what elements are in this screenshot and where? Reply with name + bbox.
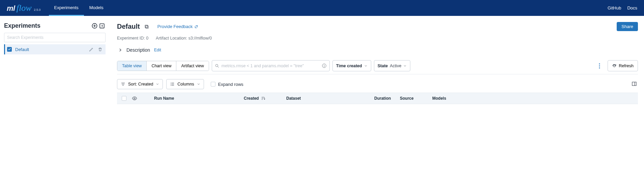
sort-icon bbox=[121, 82, 125, 87]
chevron-down-icon bbox=[403, 64, 407, 68]
plus-circle-icon bbox=[91, 23, 98, 29]
svg-rect-10 bbox=[632, 82, 636, 86]
state-select[interactable]: State Active bbox=[374, 60, 411, 71]
check-icon bbox=[8, 48, 11, 51]
experiments-sidebar: Experiments Default bbox=[0, 16, 110, 104]
col-created-label: Created bbox=[244, 96, 259, 101]
experiment-id-label: Experiment ID: 0 bbox=[117, 36, 148, 41]
columns-chip-button[interactable]: Columns bbox=[166, 79, 204, 89]
search-icon bbox=[215, 64, 219, 68]
col-source[interactable]: Source bbox=[400, 96, 427, 101]
svg-point-4 bbox=[215, 64, 218, 67]
experiments-list: Default bbox=[4, 44, 106, 54]
col-dataset[interactable]: Dataset bbox=[286, 96, 369, 101]
docs-link[interactable]: Docs bbox=[627, 5, 637, 10]
svg-rect-3 bbox=[145, 25, 147, 27]
state-select-value: Active bbox=[390, 64, 401, 68]
description-label: Description bbox=[126, 47, 150, 53]
kebab-icon bbox=[599, 63, 600, 69]
chevron-right-icon bbox=[118, 48, 122, 52]
experiment-title: Default bbox=[117, 23, 140, 30]
chevron-down-icon bbox=[156, 82, 159, 86]
experiment-list-item[interactable]: Default bbox=[4, 44, 106, 54]
svg-point-7 bbox=[599, 63, 600, 64]
add-experiment-button[interactable] bbox=[91, 22, 98, 29]
svg-point-6 bbox=[324, 65, 324, 65]
chevron-down-icon bbox=[197, 82, 200, 86]
nav-tab-models[interactable]: Models bbox=[84, 0, 109, 16]
state-select-key: State bbox=[378, 64, 388, 68]
provide-feedback-link[interactable]: Provide Feedback bbox=[157, 24, 198, 29]
sort-select-key: Time created bbox=[336, 64, 362, 68]
select-all-checkbox[interactable] bbox=[122, 96, 126, 101]
view-mode-tabs: Table view Chart view Artifact view bbox=[117, 61, 209, 71]
refresh-icon bbox=[612, 64, 617, 68]
logo-ml: ml bbox=[7, 4, 15, 13]
preview-panel-toggle[interactable] bbox=[631, 81, 638, 88]
svg-rect-2 bbox=[146, 26, 148, 28]
tab-chart-view[interactable]: Chart view bbox=[147, 61, 176, 71]
pencil-icon bbox=[89, 47, 94, 52]
expand-rows-label: Expand rows bbox=[218, 82, 243, 87]
more-options-button[interactable] bbox=[594, 60, 605, 71]
refresh-button[interactable]: Refresh bbox=[608, 60, 638, 71]
refresh-label: Refresh bbox=[619, 64, 634, 68]
nav-tab-label: Models bbox=[89, 5, 104, 10]
delete-experiment-button[interactable] bbox=[97, 47, 103, 52]
runs-search-box[interactable] bbox=[212, 60, 330, 71]
svg-point-11 bbox=[134, 98, 135, 99]
tab-artifact-view[interactable]: Artifact view bbox=[176, 61, 208, 71]
logo-flow: flow bbox=[17, 3, 32, 13]
runs-table-header: Run Name Created Dataset Duration Source… bbox=[117, 93, 638, 104]
artifact-location-label: Artifact Location: s3://mlflow/0 bbox=[156, 36, 212, 41]
nav-tab-label: Experiments bbox=[54, 5, 79, 10]
sort-chip-label: Sort: Created bbox=[128, 82, 153, 87]
list-icon bbox=[170, 82, 175, 87]
experiment-content: Default Provide Feedback Share Experimen… bbox=[110, 16, 644, 104]
nav-right-links: GitHub Docs bbox=[608, 5, 637, 10]
sort-desc-icon bbox=[261, 96, 266, 101]
share-label: Share bbox=[621, 24, 633, 29]
chevron-left-box-icon bbox=[99, 23, 105, 29]
chevron-down-icon bbox=[364, 64, 368, 68]
columns-chip-label: Columns bbox=[177, 82, 194, 87]
experiment-checkbox[interactable] bbox=[7, 47, 12, 52]
description-expand-toggle[interactable] bbox=[118, 48, 122, 52]
mlflow-logo[interactable]: ml flow 2.5.0 bbox=[7, 3, 41, 13]
collapse-sidebar-button[interactable] bbox=[98, 22, 106, 29]
nav-tab-experiments[interactable]: Experiments bbox=[49, 0, 84, 16]
col-models[interactable]: Models bbox=[432, 96, 459, 101]
sort-select[interactable]: Time created bbox=[332, 60, 371, 71]
github-link[interactable]: GitHub bbox=[608, 5, 621, 10]
sidebar-title: Experiments bbox=[4, 22, 40, 29]
feedback-label: Provide Feedback bbox=[157, 24, 193, 29]
info-icon bbox=[322, 63, 327, 68]
sidebar-right-icon bbox=[631, 81, 637, 87]
trash-icon bbox=[98, 47, 103, 52]
share-button[interactable]: Share bbox=[617, 22, 638, 31]
visibility-toggle[interactable] bbox=[132, 96, 137, 101]
svg-point-9 bbox=[599, 67, 600, 68]
col-run-name[interactable]: Run Name bbox=[154, 96, 238, 101]
top-navbar: ml flow 2.5.0 Experiments Models GitHub … bbox=[0, 0, 644, 16]
copy-experiment-button[interactable] bbox=[144, 24, 149, 29]
edit-description-link[interactable]: Edit bbox=[154, 48, 161, 52]
copy-icon bbox=[144, 24, 149, 29]
expand-rows-checkbox[interactable] bbox=[211, 82, 215, 87]
experiment-name[interactable]: Default bbox=[15, 47, 29, 52]
search-info-button[interactable] bbox=[322, 63, 327, 68]
tab-table-view[interactable]: Table view bbox=[117, 61, 147, 71]
rename-experiment-button[interactable] bbox=[89, 47, 94, 52]
runs-search-input[interactable] bbox=[222, 64, 320, 68]
eye-icon bbox=[132, 96, 137, 101]
logo-version: 2.5.0 bbox=[34, 8, 40, 11]
search-experiments-input[interactable] bbox=[4, 33, 106, 42]
col-duration[interactable]: Duration bbox=[374, 96, 394, 101]
nav-tabs: Experiments Models bbox=[49, 0, 109, 16]
col-created[interactable]: Created bbox=[244, 96, 281, 101]
external-link-icon bbox=[194, 25, 198, 29]
svg-point-8 bbox=[599, 65, 600, 66]
sort-chip-button[interactable]: Sort: Created bbox=[117, 79, 163, 89]
